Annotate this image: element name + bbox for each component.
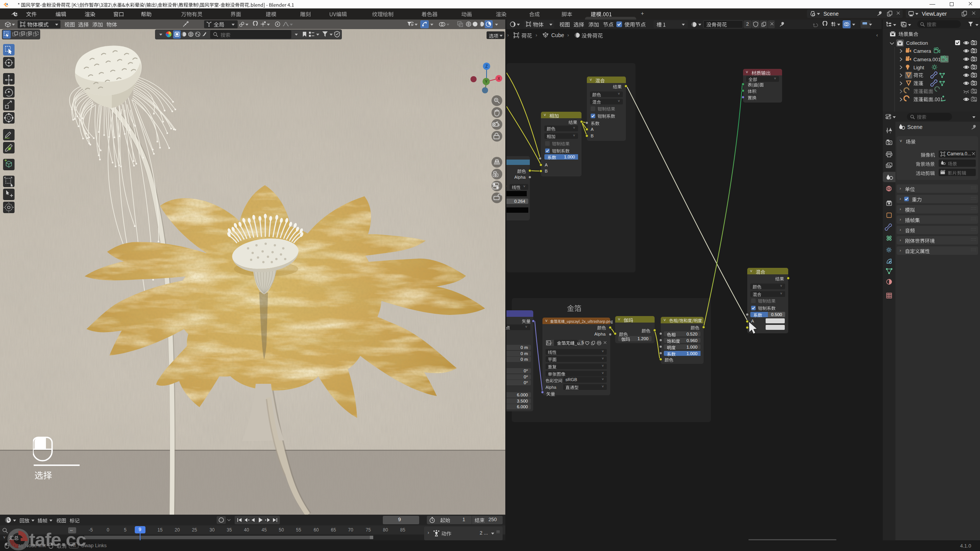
svg-text:Collection: Collection <box>906 40 928 46</box>
svg-text:Z: Z <box>485 64 488 68</box>
svg-text:Camera: Camera <box>913 48 931 54</box>
svg-text:Light: Light <box>913 65 924 70</box>
svg-text:tafe.cc: tafe.cc <box>29 529 86 550</box>
svg-text:X: X <box>498 77 500 81</box>
svg-text:Y: Y <box>485 80 488 84</box>
svg-text:Camera.001: Camera.001 <box>913 57 941 62</box>
